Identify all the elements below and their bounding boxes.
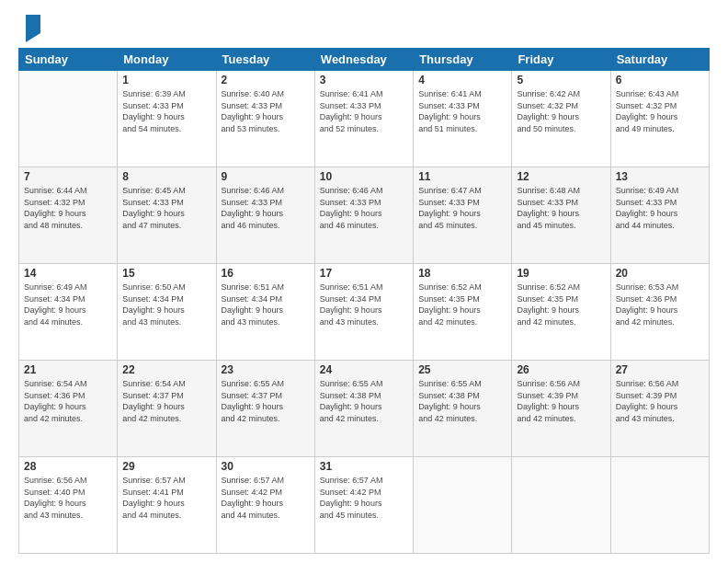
weekday-header-wednesday: Wednesday — [314, 49, 413, 71]
calendar-cell: 26Sunrise: 6:56 AM Sunset: 4:39 PM Dayli… — [512, 361, 610, 457]
calendar-cell: 9Sunrise: 6:46 AM Sunset: 4:33 PM Daylig… — [216, 167, 314, 264]
day-info: Sunrise: 6:52 AM Sunset: 4:35 PM Dayligh… — [418, 282, 506, 327]
day-info: Sunrise: 6:49 AM Sunset: 4:33 PM Dayligh… — [616, 185, 704, 231]
logo-icon — [20, 15, 39, 40]
day-number: 28 — [24, 460, 112, 473]
day-info: Sunrise: 6:40 AM Sunset: 4:33 PM Dayligh… — [222, 88, 310, 134]
day-info: Sunrise: 6:53 AM Sunset: 4:36 PM Dayligh… — [616, 282, 704, 327]
day-info: Sunrise: 6:41 AM Sunset: 4:33 PM Dayligh… — [418, 88, 506, 134]
calendar-cell — [19, 71, 118, 167]
calendar-cell: 15Sunrise: 6:50 AM Sunset: 4:34 PM Dayli… — [118, 264, 216, 361]
day-info: Sunrise: 6:55 AM Sunset: 4:38 PM Dayligh… — [320, 378, 408, 424]
calendar-cell — [610, 457, 709, 554]
day-info: Sunrise: 6:50 AM Sunset: 4:34 PM Dayligh… — [122, 282, 210, 327]
calendar-cell: 29Sunrise: 6:57 AM Sunset: 4:41 PM Dayli… — [118, 457, 216, 554]
day-number: 5 — [517, 74, 605, 86]
day-number: 2 — [222, 74, 310, 86]
day-info: Sunrise: 6:56 AM Sunset: 4:39 PM Dayligh… — [517, 378, 605, 424]
day-info: Sunrise: 6:46 AM Sunset: 4:33 PM Dayligh… — [320, 185, 408, 231]
calendar-cell: 14Sunrise: 6:49 AM Sunset: 4:34 PM Dayli… — [19, 264, 118, 361]
calendar-cell: 24Sunrise: 6:55 AM Sunset: 4:38 PM Dayli… — [314, 361, 413, 457]
day-info: Sunrise: 6:48 AM Sunset: 4:33 PM Dayligh… — [517, 185, 605, 231]
day-number: 10 — [320, 170, 408, 183]
calendar-body: 1Sunrise: 6:39 AM Sunset: 4:33 PM Daylig… — [19, 71, 710, 554]
weekday-header-thursday: Thursday — [414, 49, 512, 71]
day-info: Sunrise: 6:44 AM Sunset: 4:32 PM Dayligh… — [24, 185, 112, 231]
day-number: 26 — [517, 363, 605, 376]
day-info: Sunrise: 6:54 AM Sunset: 4:37 PM Dayligh… — [122, 378, 210, 424]
day-info: Sunrise: 6:56 AM Sunset: 4:40 PM Dayligh… — [24, 475, 112, 521]
day-info: Sunrise: 6:54 AM Sunset: 4:36 PM Dayligh… — [24, 378, 112, 424]
day-info: Sunrise: 6:55 AM Sunset: 4:37 PM Dayligh… — [222, 378, 310, 424]
calendar-cell — [512, 457, 610, 554]
weekday-header-tuesday: Tuesday — [216, 49, 314, 71]
calendar-cell — [414, 457, 512, 554]
day-info: Sunrise: 6:52 AM Sunset: 4:35 PM Dayligh… — [517, 282, 605, 327]
day-number: 6 — [616, 74, 704, 86]
day-number: 15 — [122, 267, 210, 280]
calendar-cell: 30Sunrise: 6:57 AM Sunset: 4:42 PM Dayli… — [216, 457, 314, 554]
calendar-cell: 3Sunrise: 6:41 AM Sunset: 4:33 PM Daylig… — [314, 71, 413, 167]
calendar-week-4: 21Sunrise: 6:54 AM Sunset: 4:36 PM Dayli… — [19, 361, 710, 457]
day-number: 17 — [320, 267, 408, 280]
day-info: Sunrise: 6:55 AM Sunset: 4:38 PM Dayligh… — [418, 378, 506, 424]
day-number: 4 — [418, 74, 506, 86]
day-number: 7 — [24, 170, 112, 183]
day-number: 27 — [616, 363, 704, 376]
calendar-cell: 1Sunrise: 6:39 AM Sunset: 4:33 PM Daylig… — [118, 71, 216, 167]
calendar-cell: 17Sunrise: 6:51 AM Sunset: 4:34 PM Dayli… — [314, 264, 413, 361]
day-info: Sunrise: 6:43 AM Sunset: 4:32 PM Dayligh… — [616, 88, 704, 134]
calendar-cell: 19Sunrise: 6:52 AM Sunset: 4:35 PM Dayli… — [512, 264, 610, 361]
day-number: 21 — [24, 363, 112, 376]
weekday-header-saturday: Saturday — [610, 49, 709, 71]
calendar-cell: 7Sunrise: 6:44 AM Sunset: 4:32 PM Daylig… — [19, 167, 118, 264]
day-number: 18 — [418, 267, 506, 280]
calendar-week-2: 7Sunrise: 6:44 AM Sunset: 4:32 PM Daylig… — [19, 167, 710, 264]
calendar-cell: 22Sunrise: 6:54 AM Sunset: 4:37 PM Dayli… — [118, 361, 216, 457]
calendar-week-5: 28Sunrise: 6:56 AM Sunset: 4:40 PM Dayli… — [19, 457, 710, 554]
calendar-week-3: 14Sunrise: 6:49 AM Sunset: 4:34 PM Dayli… — [19, 264, 710, 361]
day-number: 13 — [616, 170, 704, 183]
day-info: Sunrise: 6:45 AM Sunset: 4:33 PM Dayligh… — [122, 185, 210, 231]
day-info: Sunrise: 6:56 AM Sunset: 4:39 PM Dayligh… — [616, 378, 704, 424]
calendar-cell: 20Sunrise: 6:53 AM Sunset: 4:36 PM Dayli… — [610, 264, 709, 361]
calendar-cell: 16Sunrise: 6:51 AM Sunset: 4:34 PM Dayli… — [216, 264, 314, 361]
calendar-cell: 2Sunrise: 6:40 AM Sunset: 4:33 PM Daylig… — [216, 71, 314, 167]
day-number: 16 — [222, 267, 310, 280]
day-number: 19 — [517, 267, 605, 280]
day-number: 9 — [222, 170, 310, 183]
calendar-cell: 11Sunrise: 6:47 AM Sunset: 4:33 PM Dayli… — [414, 167, 512, 264]
calendar-cell: 6Sunrise: 6:43 AM Sunset: 4:32 PM Daylig… — [610, 71, 709, 167]
day-number: 3 — [320, 74, 408, 86]
day-info: Sunrise: 6:39 AM Sunset: 4:33 PM Dayligh… — [122, 88, 210, 134]
day-info: Sunrise: 6:49 AM Sunset: 4:34 PM Dayligh… — [24, 282, 112, 327]
calendar-cell: 18Sunrise: 6:52 AM Sunset: 4:35 PM Dayli… — [414, 264, 512, 361]
day-info: Sunrise: 6:57 AM Sunset: 4:41 PM Dayligh… — [122, 475, 210, 521]
day-number: 30 — [222, 460, 310, 473]
calendar-cell: 21Sunrise: 6:54 AM Sunset: 4:36 PM Dayli… — [19, 361, 118, 457]
day-number: 11 — [418, 170, 506, 183]
weekday-header-sunday: Sunday — [19, 49, 118, 71]
calendar-cell: 23Sunrise: 6:55 AM Sunset: 4:37 PM Dayli… — [216, 361, 314, 457]
weekday-header-monday: Monday — [118, 49, 216, 71]
calendar-table: SundayMondayTuesdayWednesdayThursdayFrid… — [18, 48, 710, 554]
day-number: 14 — [24, 267, 112, 280]
calendar-cell: 4Sunrise: 6:41 AM Sunset: 4:33 PM Daylig… — [414, 71, 512, 167]
day-number: 8 — [122, 170, 210, 183]
day-number: 12 — [517, 170, 605, 183]
calendar-cell: 28Sunrise: 6:56 AM Sunset: 4:40 PM Dayli… — [19, 457, 118, 554]
day-number: 29 — [122, 460, 210, 473]
day-number: 1 — [122, 74, 210, 86]
weekday-header-row: SundayMondayTuesdayWednesdayThursdayFrid… — [19, 49, 710, 71]
weekday-header-friday: Friday — [512, 49, 610, 71]
calendar-cell: 10Sunrise: 6:46 AM Sunset: 4:33 PM Dayli… — [314, 167, 413, 264]
calendar-week-1: 1Sunrise: 6:39 AM Sunset: 4:33 PM Daylig… — [19, 71, 710, 167]
calendar-cell: 31Sunrise: 6:57 AM Sunset: 4:42 PM Dayli… — [314, 457, 413, 554]
svg-marker-0 — [26, 15, 40, 42]
day-number: 25 — [418, 363, 506, 376]
day-info: Sunrise: 6:41 AM Sunset: 4:33 PM Dayligh… — [320, 88, 408, 134]
header — [18, 15, 710, 40]
calendar-cell: 8Sunrise: 6:45 AM Sunset: 4:33 PM Daylig… — [118, 167, 216, 264]
day-number: 24 — [320, 363, 408, 376]
day-info: Sunrise: 6:47 AM Sunset: 4:33 PM Dayligh… — [418, 185, 506, 231]
